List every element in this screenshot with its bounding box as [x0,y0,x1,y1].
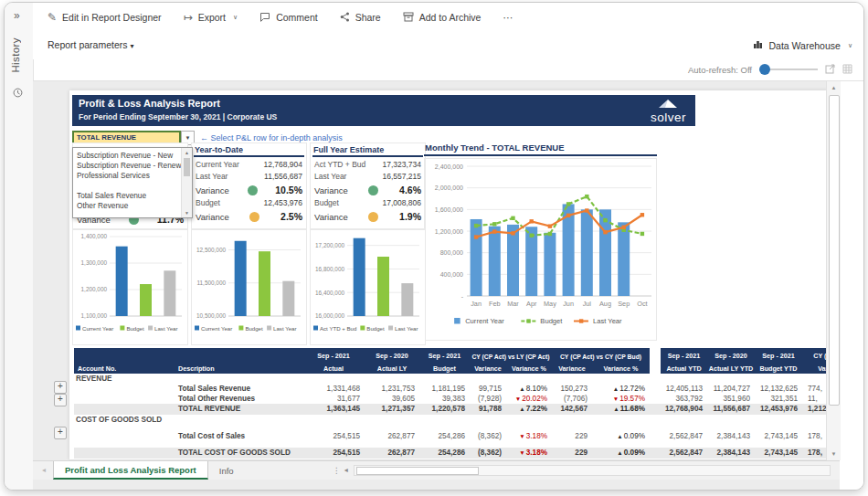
up-arrow-icon: ▲ [519,385,524,392]
slider-knob[interactable] [759,64,770,75]
scroll-up-icon[interactable]: ▲ [182,148,192,157]
comment-label: Comment [276,12,318,23]
dropdown-option[interactable] [73,181,181,191]
kpi-panel-full-year-estimate: Full Year Estimate Act YTD + Bud 17,323,… [310,142,426,229]
table-cell: 1,271,357 [365,404,419,415]
kpi-row-label: Last Year [314,172,346,181]
table-cell: 31,677 [302,394,365,404]
vertical-scrollbar[interactable]: ▲ ▼ [826,81,841,460]
table-cell: 39,383 [419,394,470,404]
more-options-button[interactable]: ⋯ [503,12,513,23]
table-row: Total Sales Revenue1,331,4681,231,7531,1… [74,384,826,394]
kpi-row: Budget 17,008,806 [311,195,425,207]
share-button[interactable]: Share [340,12,381,24]
report-parameters-button[interactable]: Report parameters ▾ [48,39,133,50]
pl-row-dropdown-list: Subscription Revenue - NewSubscription R… [72,147,193,218]
table-cell: ▼19.57% [592,394,650,404]
vertical-scrollbar-thumb[interactable] [829,95,840,406]
down-arrow-icon: ▼ [519,449,524,456]
export-button[interactable]: ↦ Export ∨ [184,12,238,23]
kpi-row-label: Budget [314,198,339,207]
column-header: Budget [419,361,470,374]
hscroll-left-arrow-icon[interactable]: ◂ [344,461,348,480]
dropdown-option[interactable]: Other Revenue [73,201,181,211]
table-cell: 11,204,727 [707,384,755,394]
table-cell: 91,788 [470,404,506,415]
table-cell: 1,181,195 [419,384,470,394]
solver-logo-text: solver [651,111,686,124]
table-cell: 1,231,753 [365,384,419,394]
tab-info[interactable]: Info [208,461,245,480]
kpi-title: Full Year Estimate [312,144,423,157]
table-cell: 39,605 [365,394,419,404]
auto-refresh-slider[interactable] [759,64,818,75]
table-row: TOTAL REVENUE1,363,1451,271,3571,220,578… [74,404,826,415]
sidebar-item-history[interactable]: History [10,37,21,73]
dropdown-option[interactable]: Professional Services [73,171,181,181]
scroll-up-icon[interactable]: ▲ [827,81,841,94]
parameters-row: Report parameters ▾ Data Warehouse ∨ [33,32,863,59]
dropdown-option[interactable]: Subscription Revenue - Renewals [73,161,181,171]
table-cell: 229 [552,431,592,441]
tab-profit-and-loss-analysis-report[interactable]: Profit and Loss Analysis Report [53,461,208,480]
expand-row-button[interactable]: + [54,427,67,439]
variance-percent: 0.09% [624,449,645,457]
add-to-archive-button[interactable]: Add to Archive [403,12,482,24]
column-header [74,348,175,361]
tab-label: Info [219,466,234,476]
edit-in-report-designer-button[interactable]: ✎ Edit in Report Designer [48,12,162,23]
mini-chart-svg: 10,500,00011,500,00012,500,000Current Ye… [192,230,304,343]
table-cell: 11,556,687 [707,404,755,415]
column-header: Actual YTD [661,361,707,374]
svg-text:17,200,000: 17,200,000 [315,242,344,248]
table-cell: 2,562,847 [661,448,707,459]
row-description: TOTAL COST OF GOODS SOLD [175,448,302,459]
table-cell: 1,331,468 [302,384,365,394]
kpi-row-value: 12,453,976 [263,198,302,207]
table-cell: 178, [802,448,826,459]
svg-text:16,400,000: 16,400,000 [315,290,344,296]
horizontal-scrollbar[interactable] [354,465,831,476]
table-cell: (7,928) [470,394,506,404]
table-cell [650,448,661,459]
sheet-tab-bar: ◂ Profit and Loss Analysis Report Info ⋮… [33,460,840,480]
dropdown-scrollbar[interactable]: ▲ ▼ [181,148,192,217]
pencil-icon: ✎ [48,12,57,23]
svg-text:16,000,000: 16,000,000 [315,312,344,319]
auto-refresh-label: Auto-refresh: Off [688,65,752,75]
popout-icon[interactable] [825,61,835,78]
svg-text:1,600,000: 1,600,000 [435,206,463,213]
table-cell: ▲0.09% [592,431,650,441]
dropdown-scrollbar-thumb[interactable] [184,158,190,176]
svg-text:Last Year: Last Year [154,325,177,332]
expand-row-button[interactable]: + [54,381,67,394]
table-cell: 2,384,143 [707,448,755,459]
table-cell: 12,768,904 [661,404,707,415]
kpi-row-label: Budget [196,198,220,207]
sheet-nav-arrow-icon[interactable]: ◂ [42,461,46,480]
svg-text:May: May [544,300,556,308]
kpi-row-label: Current Year [196,160,239,169]
scroll-down-icon[interactable]: ▼ [182,208,192,217]
expand-sidebar-icon[interactable]: » [14,9,20,22]
scroll-down-icon[interactable]: ▼ [827,448,841,460]
tab-splitter-handle[interactable]: ⋮ [333,461,341,480]
table-section-row: REVENUE [74,374,826,384]
svg-text:2,000,000: 2,000,000 [435,185,463,191]
grid-view-icon[interactable] [842,61,852,78]
table-cell: 2,384,143 [707,431,755,441]
expand-row-button[interactable]: + [54,394,67,406]
variance-value: 1.9% [399,211,421,222]
table-cell: 178, [802,431,826,441]
comment-button[interactable]: Comment [259,12,318,24]
dropdown-option[interactable]: Subscription Revenue - New [73,151,181,161]
dropdown-option[interactable]: Total Sales Revenue [73,191,181,201]
svg-text:1,300,000: 1,300,000 [81,259,108,266]
variance-label: Variance [314,185,348,195]
row-description: Total Sales Revenue [175,384,302,394]
data-warehouse-selector[interactable]: Data Warehouse ∨ [753,39,852,51]
horizontal-scrollbar-thumb[interactable] [356,467,479,475]
row-description: TOTAL REVENUE [175,404,302,415]
chevron-down-icon: ∨ [848,42,852,49]
solver-logo: solver [651,97,686,124]
